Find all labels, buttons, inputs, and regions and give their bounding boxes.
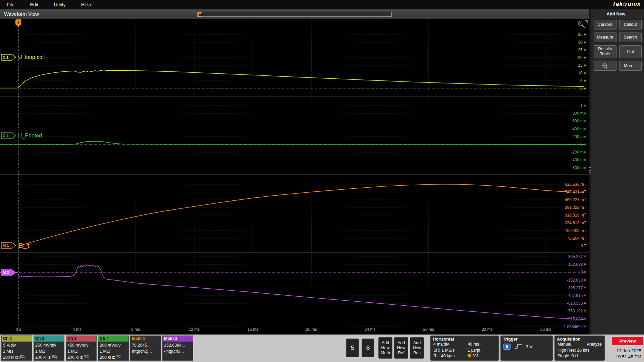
preview-button[interactable]: Preview xyxy=(612,337,643,345)
math2-value: 152.6384... xyxy=(164,342,192,348)
ch4-impedance: 1 MΩ xyxy=(100,348,127,354)
trigger-flag[interactable]: T xyxy=(15,19,21,27)
channel-box-ch3[interactable]: Ch 3 450 mV/div 1 MΩ 200 kHzBw xyxy=(66,336,97,361)
add-new-bus-button[interactable]: AddNewBus xyxy=(410,337,424,359)
menu-utility[interactable]: Utility xyxy=(54,2,65,7)
channel-badge-ch4[interactable]: C 4 xyxy=(1,133,16,139)
math1-value: 78.2045 ... xyxy=(132,342,159,348)
cursors-button[interactable]: Cursors xyxy=(594,20,616,29)
channel-box-ch3-body: 450 mV/div 1 MΩ 200 kHzBw xyxy=(66,342,96,361)
more-button[interactable]: More... xyxy=(619,61,642,71)
zoom-navigator[interactable]: T xyxy=(197,12,392,17)
time-label: 10:51:45 PM xyxy=(594,354,641,360)
x-axis-label: 8 ms xyxy=(131,327,140,332)
channel-label-ch1[interactable]: U_loop,coil xyxy=(18,54,45,60)
scale-label-ch1: 30 V xyxy=(578,40,586,45)
scale-label-ch1: 15 V xyxy=(578,63,586,68)
menu-edit[interactable]: Edit xyxy=(30,2,38,7)
zoom-tool-button[interactable] xyxy=(594,61,616,71)
bottom-bar: Ch 1 5 V/div 1 MΩ 200 kHzBw Ch 2 250 mV/… xyxy=(0,335,644,362)
trace-Ch4[interactable] xyxy=(0,141,584,144)
channel-label-ch4[interactable]: U_Photod xyxy=(18,133,42,139)
measure-button[interactable]: Measure xyxy=(594,33,616,42)
panel-splitter[interactable] xyxy=(589,9,591,335)
zoom-glass-handle xyxy=(582,25,585,27)
scale-label-ch1: 5 V xyxy=(580,78,586,83)
x-axis-label: 28 ms xyxy=(423,327,434,332)
channel-box-math1-body: 78.2045 ... Intg(ch2)... xyxy=(130,342,161,355)
channel-box-math1-header: Math 1 xyxy=(130,336,161,342)
trigger-position-icon xyxy=(468,354,471,358)
traces-layer xyxy=(0,70,584,319)
splitter-handle-icon xyxy=(589,167,591,174)
scale-label-math1: 78.204 mT xyxy=(567,236,587,241)
scale-label-ch4: 0 V xyxy=(580,142,586,147)
add-new-math-button[interactable]: AddNewMath xyxy=(378,337,392,359)
scale-label-math1: 547.431 mT xyxy=(565,190,587,194)
channel-badge-math1[interactable]: M 1 xyxy=(1,242,16,248)
scale-label-math2: -610.553 A xyxy=(567,301,586,306)
menu-file[interactable]: File xyxy=(7,2,14,7)
horizontal-scale: 4 ms/div xyxy=(433,342,468,348)
menu-help[interactable]: Help xyxy=(81,2,91,7)
scale-label-math2: 0 A xyxy=(581,270,586,275)
results-table-button[interactable]: Results Table xyxy=(594,45,616,58)
svg-text:C 1: C 1 xyxy=(3,55,8,59)
ch3-impedance: 1 MΩ xyxy=(67,348,95,354)
trigger-level: 3 V xyxy=(526,344,533,349)
scale-label-math1: 312.818 mT xyxy=(565,213,587,218)
trigger-source-badge: 6 xyxy=(503,344,511,350)
channel-5-button[interactable]: 5 xyxy=(346,339,359,357)
ch3-scale: 450 mV/div xyxy=(67,342,95,348)
scale-label-ch4: 1 V xyxy=(580,103,586,108)
horizontal-panel[interactable]: Horizontal 4 ms/div40 ms SR: 1 MS/s1 µs/… xyxy=(430,336,499,361)
channel-badge-ch1[interactable]: C 1 xyxy=(1,54,16,60)
channel-box-ch4[interactable]: Ch 4 200 mV/div 1 MΩ 200 kHzBw xyxy=(98,336,129,361)
search-button[interactable]: Search xyxy=(619,33,642,42)
magnifier-wave-icon xyxy=(602,63,608,69)
oscilloscope-screen: File Edit Utility Help Tektronix Wavefor… xyxy=(0,0,644,362)
scale-label-ch4: -600 mV xyxy=(571,166,586,170)
scale-label-ch4: -400 mV xyxy=(571,158,586,162)
add-new-ref-button[interactable]: AddNewRef xyxy=(394,337,408,359)
ch4-bw-badge: Bw xyxy=(116,355,121,359)
channel-box-ch2[interactable]: Ch 2 250 mV/div 1 MΩ 200 kHzBw xyxy=(34,336,64,361)
x-axis-label: 24 ms xyxy=(365,327,376,332)
scale-label-ch4: 600 mV xyxy=(573,119,586,123)
horizontal-trigger-position: 3% xyxy=(472,354,478,358)
rising-edge-icon xyxy=(514,344,523,350)
trigger-panel[interactable]: Trigger 6 3 V xyxy=(500,336,553,361)
acquisition-analyze: Analyze xyxy=(582,342,602,348)
add-new-header: Add New... xyxy=(594,11,642,16)
scale-label-ch4: 200 mV xyxy=(573,134,586,139)
channel-badges-layer: C 1U_loop,coilC 4U_PhotodM 1B_tM 2 xyxy=(1,54,45,276)
datetime: 13 Jan 2025 10:51:45 PM xyxy=(594,348,643,360)
navigator-tick xyxy=(205,12,205,16)
trigger-flag-label: T xyxy=(17,20,20,25)
zoom-glass-wave xyxy=(579,23,582,24)
scale-label-math2: 305.277 A xyxy=(568,254,586,259)
scale-label-ch1: 10 V xyxy=(578,71,586,75)
callout-button[interactable]: Callout xyxy=(619,20,642,29)
scale-label-math1: 391.022 mT xyxy=(565,205,587,210)
channel-label-math1[interactable]: B_t xyxy=(18,241,30,249)
plot-button[interactable]: Plot xyxy=(619,45,642,58)
acquisition-title: Acquisition xyxy=(555,336,604,342)
date-label: 13 Jan 2025 xyxy=(594,348,641,354)
waveform-canvas[interactable]: 35 V30 V25 V20 V15 V10 V5 V0 V1 V800 mV6… xyxy=(0,19,589,335)
zoom-glass-icon[interactable] xyxy=(578,21,585,27)
tektronix-logo: Tektronix xyxy=(612,1,641,8)
channel-badge-math2[interactable]: M 2 xyxy=(1,269,16,276)
ch2-bw-badge: Bw xyxy=(52,355,57,359)
x-axis-label: 16 ms xyxy=(247,327,258,332)
scale-label-ch1: 0 V xyxy=(580,86,586,91)
scale-label-math1: 0 T xyxy=(581,244,587,248)
channel-box-math2[interactable]: Math 2 152.6384... -intg(ch3... xyxy=(162,336,193,361)
channel-box-math1[interactable]: Math 1 78.2045 ... Intg(ch2)... xyxy=(130,336,161,361)
channel-6-button[interactable]: 6 xyxy=(362,339,374,357)
ch3-bw-badge: Bw xyxy=(84,355,89,359)
grid-layer xyxy=(0,19,589,327)
x-axis-label: 36 ms xyxy=(540,327,551,332)
zero-lines-layer xyxy=(0,88,584,273)
channel-box-ch1[interactable]: Ch 1 5 V/div 1 MΩ 200 kHzBw xyxy=(1,336,32,361)
